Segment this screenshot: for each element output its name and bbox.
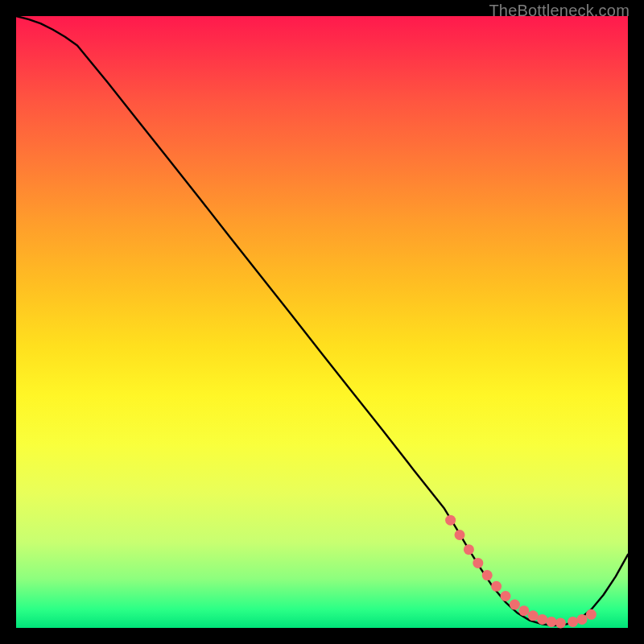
plot-area — [16, 16, 628, 628]
curve-marker — [528, 610, 539, 621]
curve-marker — [445, 515, 456, 526]
curve-marker — [568, 617, 578, 627]
chart-frame: TheBottleneck.com — [16, 16, 628, 628]
curve-marker — [473, 558, 483, 568]
curve-marker — [518, 605, 529, 616]
curve-marker — [464, 544, 474, 555]
curve-marker — [577, 614, 588, 625]
curve-marker — [491, 581, 502, 592]
curve-marker — [455, 530, 465, 540]
curve-marker — [537, 614, 547, 625]
curve-marker — [586, 609, 597, 620]
curve-marker — [482, 570, 493, 580]
curve-markers — [445, 515, 597, 629]
bottleneck-curve — [16, 16, 628, 628]
curve-path — [16, 16, 628, 625]
curve-marker — [510, 600, 520, 610]
curve-marker — [555, 617, 566, 628]
curve-marker — [501, 591, 511, 601]
curve-marker — [547, 617, 557, 627]
